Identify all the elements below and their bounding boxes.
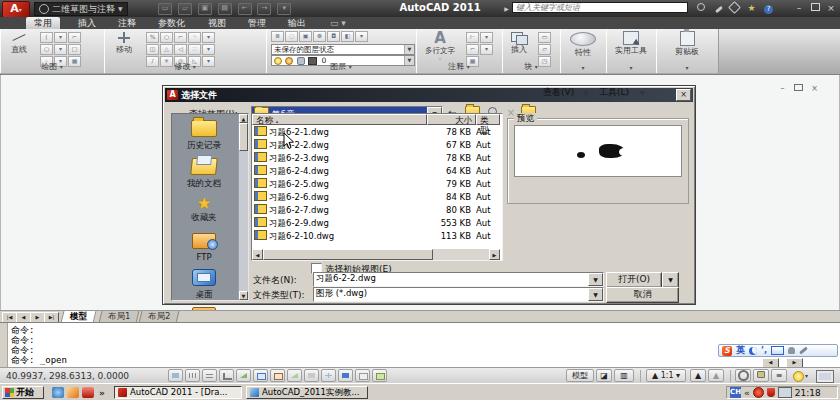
file-row[interactable]: 习题6-2-9.dwg553 KBAut <box>252 217 500 230</box>
new-file-icon[interactable]: ▭ <box>158 3 172 15</box>
autoscale-icon[interactable]: ▲ <box>708 369 724 382</box>
quicklaunch-overflow-icon[interactable]: » <box>99 388 105 398</box>
redo-icon[interactable]: → <box>257 3 271 15</box>
panel-block-label[interactable]: 块 ▾ <box>502 61 560 72</box>
dynamic-input-toggle[interactable] <box>321 369 336 382</box>
scroll-left-icon[interactable]: ◀ <box>252 249 263 260</box>
move-tool-button[interactable]: 移动 <box>108 31 140 55</box>
task-button-player[interactable]: AutoCAD_2011实例教... <box>246 386 368 399</box>
communication-center-icon[interactable] <box>728 3 741 14</box>
grid-toggle[interactable] <box>202 369 217 382</box>
file-row[interactable]: 习题6-2-3.dwg78 KBAut <box>252 152 500 165</box>
scroll-up-icon[interactable]: ▲ <box>239 114 248 123</box>
annotation-scale-button[interactable]: ▲ 1:1 ▾ <box>646 369 686 382</box>
dialog-close-button[interactable]: × <box>676 89 691 101</box>
file-list-hscrollbar[interactable]: ◀ ▶ <box>252 249 500 260</box>
view-menu-button[interactable]: 查看(V) <box>543 86 574 99</box>
performance-bulb-icon[interactable] <box>793 371 804 382</box>
file-row[interactable]: 习题6-2-4.dwg64 KBAut <box>252 165 500 178</box>
workspace-switcher[interactable]: 二维草图与注释 ▼ <box>34 2 128 16</box>
tray-collapse-icon[interactable]: « <box>744 388 750 398</box>
help-search-input[interactable] <box>512 2 688 13</box>
edit-block-icon[interactable]: ▱ <box>538 44 551 55</box>
panel-modify-label[interactable]: 修改 ▾ <box>104 61 266 72</box>
tab-parametric[interactable]: 参数化 <box>150 17 193 29</box>
filename-input[interactable]: 习题6-2-2.dwg ▼ <box>313 272 604 287</box>
dropdown-icon[interactable]: ▾ <box>54 44 67 55</box>
transparency-toggle[interactable] <box>355 369 370 382</box>
place-history[interactable]: 历史记录 <box>172 120 236 152</box>
polar-tracking-toggle[interactable] <box>236 369 251 382</box>
column-header-type[interactable]: 类型 <box>476 114 500 125</box>
qat-dropdown-icon[interactable]: ▾ <box>277 3 291 15</box>
utilities-button[interactable]: 实用工具 <box>610 31 652 56</box>
annotation-visibility-icon[interactable]: ▲ <box>690 369 706 382</box>
place-favorites[interactable]: ★ 收藏夹 <box>172 195 236 224</box>
properties-button[interactable]: 特性 <box>564 31 602 58</box>
tray-app-icon[interactable] <box>753 387 764 398</box>
place-desktop[interactable]: 桌面 <box>172 269 236 301</box>
rotate-tool-icon[interactable]: ○ <box>160 32 173 43</box>
place-ftp[interactable]: FTP <box>172 233 236 262</box>
favorites-star-icon[interactable]: ★ <box>745 3 758 14</box>
arc-tool-icon[interactable]: ( <box>40 32 53 43</box>
tab-manage[interactable]: 管理 <box>240 17 274 29</box>
command-window[interactable]: 命令: 命令: 命令: 命令: _open ◀ ▶ <box>0 322 840 367</box>
scroll-down-icon[interactable]: ▼ <box>239 291 248 300</box>
mtext-tool-button[interactable]: A 多行文字 ▾ <box>420 31 460 62</box>
ime-wrench-icon[interactable] <box>799 346 808 354</box>
filetype-dropdown[interactable]: 图形 (*.dwg) ▼ <box>313 287 604 302</box>
model-space-button[interactable]: 模型 <box>566 369 594 382</box>
dynamic-ucs-toggle[interactable] <box>304 369 319 382</box>
chevron-down-icon[interactable]: ▼ <box>584 86 589 99</box>
drawing-quickview-icon[interactable]: ▥ <box>614 369 634 382</box>
dropdown-icon[interactable]: ▾ <box>202 44 215 55</box>
scroll-right-icon[interactable]: ▶ <box>489 249 500 260</box>
layer-match-icon[interactable]: ◧ <box>341 31 354 42</box>
ime-fullhalf-moon-icon[interactable] <box>749 347 757 355</box>
panel-utilities-label[interactable]: ▾ <box>606 63 656 72</box>
status-menu-icon[interactable]: ▾ <box>805 372 808 379</box>
display-settings-icon[interactable] <box>778 387 792 398</box>
minimize-button[interactable]: – <box>792 3 806 14</box>
create-block-icon[interactable]: ▭ <box>538 32 551 43</box>
ime-keyboard-icon[interactable] <box>771 346 784 355</box>
tab-annotate[interactable]: 注释 <box>110 17 144 29</box>
snap-toggle[interactable] <box>185 369 200 382</box>
ribbon-minimize-icon[interactable]: ▭ ▾ <box>322 17 354 29</box>
language-indicator[interactable]: CH <box>730 387 741 398</box>
wrench-icon[interactable] <box>712 3 725 14</box>
tab-output[interactable]: 输出 <box>280 17 314 29</box>
open-file-icon[interactable]: ▱ <box>178 3 192 15</box>
fillet-tool-icon[interactable]: ◝ <box>188 32 201 43</box>
panel-properties-label[interactable]: ▾ <box>560 63 606 72</box>
quicklaunch-folder-icon[interactable] <box>67 387 79 398</box>
file-row[interactable]: 习题6-2-7.dwg80 KBAut <box>252 204 500 217</box>
doc-close-button[interactable]: × <box>808 84 821 94</box>
column-header-size[interactable]: 大小 <box>427 114 476 125</box>
tab-view[interactable]: 视图 <box>200 17 234 29</box>
ortho-toggle[interactable] <box>219 369 234 382</box>
doc-minimize-button[interactable]: – <box>776 84 789 94</box>
dropdown-icon[interactable]: ▾ <box>480 32 493 43</box>
file-row[interactable]: 习题6-2-5.dwg79 KBAut <box>252 178 500 191</box>
application-menu-button[interactable]: A▾ <box>2 1 30 18</box>
hardware-acceleration-icon[interactable]: ≡ <box>771 369 787 382</box>
save-icon[interactable]: ▣ <box>198 3 212 15</box>
panel-draw-label[interactable]: 绘图 ▾ <box>0 61 104 72</box>
close-button[interactable]: × <box>824 3 838 14</box>
insert-block-button[interactable]: 插入 <box>504 31 534 55</box>
rectangle-tool-icon[interactable]: □ <box>68 44 81 55</box>
3d-object-snap-toggle[interactable] <box>270 369 285 382</box>
start-button[interactable]: 开始 <box>2 386 44 399</box>
help-icon[interactable]: ? <box>762 3 775 14</box>
tab-home[interactable]: 常用 <box>26 17 60 29</box>
infer-constraints-toggle[interactable] <box>168 369 183 382</box>
layer-properties-icon[interactable]: ≣ <box>271 31 284 42</box>
command-prompt[interactable]: 命令: _open <box>11 355 67 365</box>
mirror-tool-icon[interactable]: ◫ <box>146 44 159 55</box>
line-tool-button[interactable]: 直线 <box>3 31 35 55</box>
layer-state-dropdown[interactable]: 未保存的图层状态▼ <box>271 44 415 55</box>
layer-freeze-icon[interactable]: ❆ <box>313 31 326 42</box>
ime-punctuation-icon[interactable]: ’, <box>761 346 767 355</box>
